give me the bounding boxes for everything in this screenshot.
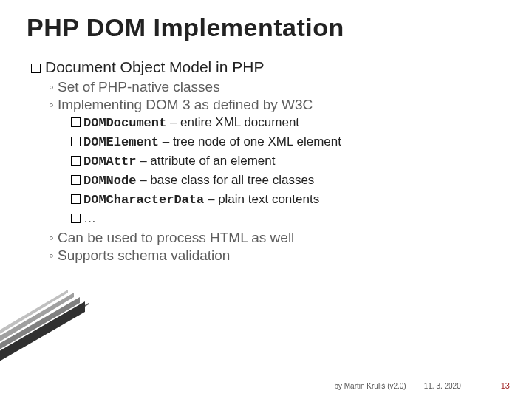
square-icon bbox=[71, 156, 81, 166]
l3-code: DOMDocument bbox=[83, 116, 166, 130]
bullet-l2: Set of PHP-native classes bbox=[49, 79, 505, 95]
l2-text: Implementing DOM 3 as defined by W3C bbox=[58, 97, 313, 112]
bullet-l3: … bbox=[71, 211, 505, 228]
square-icon bbox=[71, 117, 81, 127]
stripes-icon bbox=[0, 281, 89, 362]
l3-desc: – plain text contents bbox=[204, 192, 319, 206]
footer-page: 13 bbox=[501, 381, 510, 390]
square-icon bbox=[31, 64, 41, 73]
bullet-l1: Document Object Model in PHP bbox=[31, 58, 505, 76]
bullet-l2: Implementing DOM 3 as defined by W3C bbox=[49, 97, 505, 113]
bullet-l3: DOMAttr – attribute of an element bbox=[71, 153, 505, 171]
l2-text: Can be used to process HTML as well bbox=[58, 230, 294, 245]
square-icon bbox=[71, 214, 81, 223]
slide: PHP DOM Implementation Document Object M… bbox=[0, 0, 532, 399]
l3-code: DOMAttr bbox=[83, 154, 136, 168]
l3-desc: – entire XML document bbox=[166, 115, 299, 129]
l3-desc: – base class for all tree classes bbox=[136, 173, 314, 187]
square-icon bbox=[71, 194, 81, 204]
bullet-l2: Supports schema validation bbox=[49, 248, 505, 264]
bullet-l2: Can be used to process HTML as well bbox=[49, 230, 505, 246]
l3-code: DOMNode bbox=[83, 174, 136, 188]
l3-desc: … bbox=[83, 211, 96, 225]
bullet-l3: DOMElement – tree node of one XML elemen… bbox=[71, 134, 505, 151]
footer: by Martin Kruliš (v2.0) 11. 3. 2020 13 bbox=[334, 381, 510, 390]
l3-desc: – tree node of one XML element bbox=[159, 134, 341, 149]
square-icon bbox=[71, 137, 81, 146]
l2-text: Set of PHP-native classes bbox=[58, 79, 220, 95]
square-icon bbox=[71, 175, 81, 185]
slide-title: PHP DOM Implementation bbox=[27, 13, 505, 42]
l3-code: DOMElement bbox=[83, 135, 159, 149]
l2-text: Supports schema validation bbox=[58, 248, 230, 263]
corner-decoration bbox=[0, 281, 89, 362]
footer-author: by Martin Kruliš (v2.0) bbox=[334, 382, 406, 390]
l1-text: Document Object Model in PHP bbox=[45, 58, 264, 75]
footer-date: 11. 3. 2020 bbox=[424, 382, 461, 390]
bullet-l3: DOMCharacterData – plain text contents bbox=[71, 191, 505, 209]
bullet-l3: DOMDocument – entire XML document bbox=[71, 115, 505, 132]
l3-desc: – attribute of an element bbox=[136, 154, 275, 168]
l3-code: DOMCharacterData bbox=[83, 193, 204, 207]
bullet-l3: DOMNode – base class for all tree classe… bbox=[71, 172, 505, 190]
